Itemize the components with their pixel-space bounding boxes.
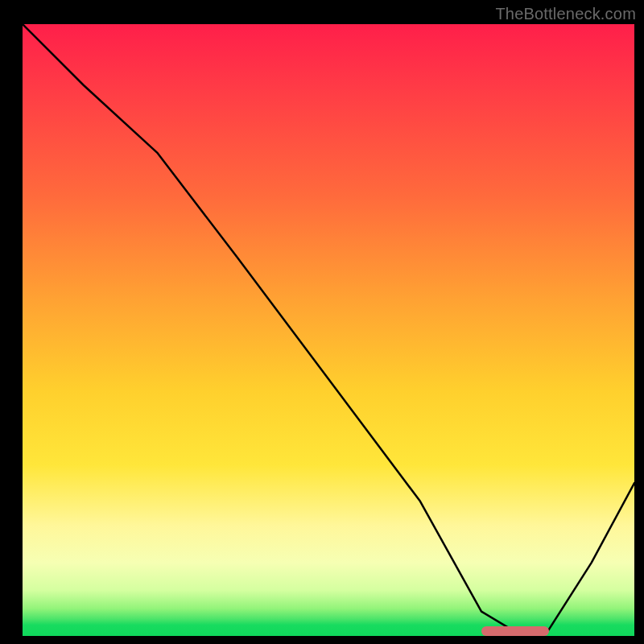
optimum-marker xyxy=(481,626,549,636)
chart-frame: TheBottleneck.com xyxy=(0,0,644,644)
plot-area xyxy=(23,24,634,636)
bottleneck-curve xyxy=(23,24,634,636)
watermark-text: TheBottleneck.com xyxy=(495,5,636,23)
